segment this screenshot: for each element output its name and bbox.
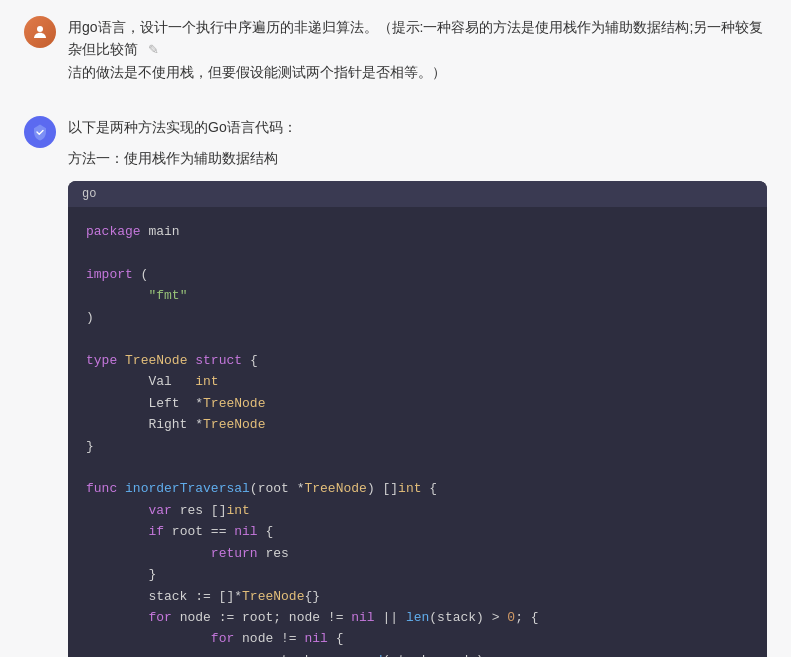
user-icon	[31, 23, 49, 41]
user-message: 用go语言，设计一个执行中序遍历的非递归算法。（提示:一种容易的方法是使用栈作为…	[0, 0, 791, 100]
svg-point-0	[37, 26, 43, 32]
user-avatar	[24, 16, 56, 48]
intro-text: 以下是两种方法实现的Go语言代码：	[68, 119, 297, 135]
method-label: 方法一：使用栈作为辅助数据结构	[68, 147, 767, 171]
chat-container: 用go语言，设计一个执行中序遍历的非递归算法。（提示:一种容易的方法是使用栈作为…	[0, 0, 791, 657]
user-message-content: 用go语言，设计一个执行中序遍历的非递归算法。（提示:一种容易的方法是使用栈作为…	[68, 16, 767, 84]
assistant-intro: 以下是两种方法实现的Go语言代码： 方法一：使用栈作为辅助数据结构	[68, 116, 767, 172]
code-language-label: go	[82, 187, 96, 201]
edit-icon[interactable]: ✎	[148, 42, 159, 57]
assistant-message-content: 以下是两种方法实现的Go语言代码： 方法一：使用栈作为辅助数据结构 go pac…	[68, 116, 767, 657]
code-body: package main import ( "fmt" ) type TreeN…	[68, 207, 767, 657]
code-block: go package main import ( "fmt" ) type Tr…	[68, 181, 767, 657]
code-content: package main import ( "fmt" ) type TreeN…	[86, 221, 749, 657]
user-message-line2: 洁的做法是不使用栈，但要假设能测试两个指针是否相等。）	[68, 64, 446, 80]
code-header: go	[68, 181, 767, 207]
user-message-line1: 用go语言，设计一个执行中序遍历的非递归算法。（提示:一种容易的方法是使用栈作为…	[68, 19, 763, 57]
assistant-message: 以下是两种方法实现的Go语言代码： 方法一：使用栈作为辅助数据结构 go pac…	[0, 100, 791, 657]
assistant-avatar	[24, 116, 56, 148]
assistant-icon	[31, 123, 49, 141]
